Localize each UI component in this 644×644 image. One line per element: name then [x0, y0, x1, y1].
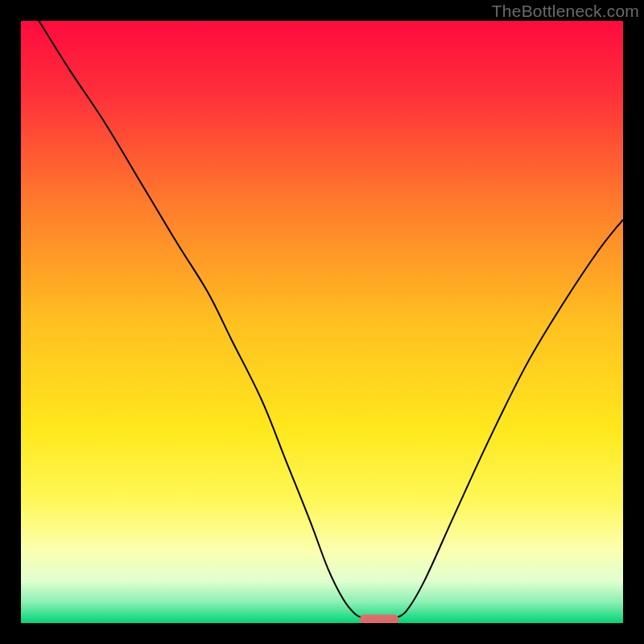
- chart-frame: [21, 21, 623, 623]
- watermark-text: TheBottleneck.com: [492, 2, 639, 21]
- optimal-range-marker: [360, 615, 399, 623]
- bottleneck-chart: [21, 21, 623, 623]
- gradient-background: [21, 21, 623, 623]
